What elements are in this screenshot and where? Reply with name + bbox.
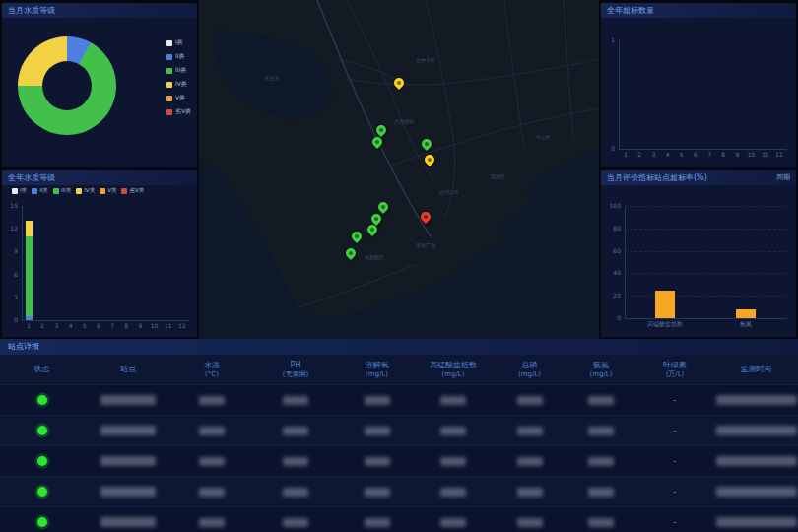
legend-item[interactable]: I类 (12, 187, 27, 194)
month-quality-legend: I类II类III类IV类V类劣V类 (166, 38, 191, 116)
gridline (625, 251, 786, 252)
value-cell (493, 457, 566, 466)
redacted-value (365, 396, 390, 405)
y-tick-label: 9 (6, 248, 18, 254)
column-header: 监测时间 (714, 355, 798, 384)
redacted-value (365, 518, 390, 527)
map-place-label: 西岗区 (491, 173, 505, 179)
map-pin-normal[interactable] (420, 137, 433, 151)
legend-item[interactable]: V类 (100, 187, 116, 194)
map-pin-warning[interactable] (392, 76, 406, 90)
map-pin-warning[interactable] (423, 153, 436, 166)
legend-item[interactable]: 劣V类 (166, 107, 191, 116)
legend-label: I类 (20, 187, 27, 194)
column-unit: (mg/L) (442, 370, 465, 379)
redacted-timestamp (716, 456, 797, 466)
column-header: 总磷(mg/L) (493, 355, 566, 384)
value-cell (414, 396, 493, 405)
panel-year-quality: 全年水质等级 I类II类III类IV类V类劣V类 036912151234567… (2, 170, 197, 337)
map-pin-normal[interactable] (370, 135, 384, 149)
redacted-value (440, 396, 466, 405)
redacted-value (283, 518, 308, 527)
value-cell (566, 488, 635, 497)
redacted-station-name (100, 517, 156, 527)
map-pin-normal[interactable] (374, 123, 388, 137)
value-cell (493, 427, 566, 435)
map-pin-normal[interactable] (344, 246, 358, 260)
chlorophyll-cell: - (635, 427, 714, 435)
legend-item[interactable]: III类 (53, 187, 71, 194)
redacted-value (199, 518, 225, 527)
legend-item[interactable]: V类 (166, 94, 191, 102)
legend-label: III类 (61, 187, 71, 194)
value-cell (566, 427, 635, 435)
redacted-station-name (100, 456, 156, 466)
map-pin-alarm[interactable] (419, 210, 432, 224)
table-row[interactable]: - (0, 445, 798, 476)
legend-item[interactable]: II类 (166, 52, 191, 61)
legend-item[interactable]: IV类 (166, 80, 191, 89)
time-cell (714, 517, 798, 527)
year-exceed-chart: 01123456789101112 (605, 29, 792, 161)
redacted-timestamp (716, 487, 797, 497)
column-label: 站点 (120, 365, 136, 374)
table-row[interactable]: - (0, 476, 798, 506)
column-label: 总磷 (522, 361, 538, 370)
chlorophyll-cell: - (635, 488, 714, 497)
map-place-label: 高新园区 (365, 254, 384, 260)
map-pin-normal[interactable] (350, 230, 364, 243)
period-selector[interactable]: 周期 (776, 170, 790, 185)
status-ok-indicator (37, 395, 47, 405)
panel-station-table: 站点详报 状态站点水温(°C)PH(无量纲)溶解氧(mg/L)高锰酸盐指数(mg… (0, 339, 798, 532)
legend-item[interactable]: 劣V类 (121, 187, 144, 194)
station-table-header-row: 状态站点水温(°C)PH(无量纲)溶解氧(mg/L)高锰酸盐指数(mg/L)总磷… (0, 355, 798, 384)
redacted-value (588, 457, 614, 466)
table-row[interactable]: - (0, 506, 798, 532)
y-tick-label: 40 (605, 270, 621, 276)
legend-item[interactable]: III类 (166, 66, 191, 75)
value-cell (172, 457, 251, 466)
legend-swatch (166, 109, 172, 115)
chart-plot (22, 206, 190, 321)
legend-label: IV类 (175, 80, 187, 89)
stacked-bar-segment (26, 221, 33, 235)
chart-plot (625, 206, 787, 319)
legend-item[interactable]: I类 (166, 38, 191, 47)
table-row[interactable]: - (0, 384, 798, 415)
gridline (625, 273, 786, 274)
legend-swatch (12, 188, 18, 194)
time-cell (714, 456, 798, 466)
redacted-value (283, 457, 308, 466)
redacted-value (588, 396, 614, 405)
redacted-timestamp (716, 395, 797, 405)
chlorophyll-cell: - (635, 396, 714, 405)
map-pin-normal[interactable] (376, 200, 390, 214)
y-tick-label: 60 (605, 248, 621, 254)
value-cell (251, 396, 340, 405)
value-cell (340, 396, 414, 405)
redacted-value (199, 427, 225, 435)
legend-item[interactable]: II类 (32, 187, 48, 194)
y-tick-label: 6 (6, 272, 18, 278)
redacted-value (588, 518, 614, 527)
column-unit: (°C) (205, 370, 219, 379)
legend-label: V类 (175, 94, 185, 102)
month-rate-bar-chart: 020406080100高锰酸盐指数氨氮 (605, 196, 792, 332)
year-quality-legend: I类II类III类IV类V类劣V类 (12, 187, 195, 194)
station-map[interactable]: 大连湾甘井子区大连北站中山区西岗区沙河口区星海广场高新园区 (199, 0, 599, 339)
redacted-value (440, 457, 466, 466)
value-cell (414, 518, 493, 527)
legend-swatch (53, 188, 59, 194)
legend-swatch (166, 96, 172, 101)
legend-item[interactable]: IV类 (76, 187, 95, 194)
table-row[interactable]: - (0, 415, 798, 445)
map-place-label: 中山区 (536, 134, 551, 140)
month-quality-donut-chart[interactable] (18, 36, 116, 135)
status-cell (0, 456, 84, 466)
column-header: 高锰酸盐指数(mg/L) (414, 355, 493, 384)
status-ok-indicator (37, 456, 47, 466)
value-cell (493, 396, 566, 405)
value-cell (566, 518, 635, 527)
legend-label: II类 (175, 52, 185, 61)
legend-swatch (32, 188, 37, 194)
